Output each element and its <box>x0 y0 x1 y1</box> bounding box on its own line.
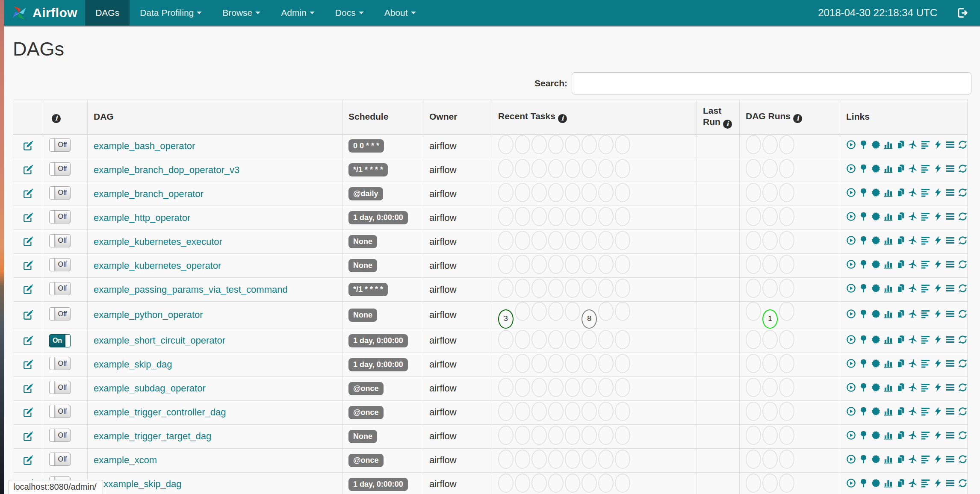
logs-icon[interactable] <box>945 430 955 440</box>
logs-icon[interactable] <box>945 283 955 293</box>
trigger-dag-icon[interactable] <box>846 454 856 464</box>
landing-times-icon[interactable] <box>908 283 918 293</box>
code-icon[interactable] <box>933 406 943 416</box>
task-tries-icon[interactable] <box>896 309 906 319</box>
edit-dag-icon[interactable] <box>23 310 33 321</box>
graph-view-icon[interactable] <box>871 212 881 221</box>
logs-icon[interactable] <box>945 454 955 464</box>
task-tries-icon[interactable] <box>896 359 906 368</box>
code-icon[interactable] <box>933 212 943 221</box>
refresh-icon[interactable] <box>958 430 968 440</box>
nav-item-admin[interactable]: Admin <box>271 0 325 26</box>
task-tries-icon[interactable] <box>896 164 906 173</box>
graph-view-icon[interactable] <box>871 188 881 197</box>
task-duration-icon[interactable] <box>883 478 893 488</box>
refresh-icon[interactable] <box>958 188 968 197</box>
tree-view-icon[interactable] <box>859 235 868 245</box>
landing-times-icon[interactable] <box>908 164 918 173</box>
logs-icon[interactable] <box>945 140 955 150</box>
trigger-dag-icon[interactable] <box>846 164 856 173</box>
task-duration-icon[interactable] <box>883 430 893 440</box>
landing-times-icon[interactable] <box>908 188 918 197</box>
gantt-icon[interactable] <box>921 140 930 150</box>
tree-view-icon[interactable] <box>859 478 868 488</box>
task-duration-icon[interactable] <box>883 335 893 344</box>
refresh-icon[interactable] <box>958 283 968 293</box>
tree-view-icon[interactable] <box>859 259 868 269</box>
tree-view-icon[interactable] <box>859 382 868 392</box>
tree-view-icon[interactable] <box>859 430 868 440</box>
tree-view-icon[interactable] <box>859 164 868 173</box>
graph-view-icon[interactable] <box>871 283 881 293</box>
logs-icon[interactable] <box>945 382 955 392</box>
task-tries-icon[interactable] <box>896 259 906 269</box>
task-tries-icon[interactable] <box>896 235 906 245</box>
trigger-dag-icon[interactable] <box>846 359 856 368</box>
edit-dag-icon[interactable] <box>23 407 33 418</box>
code-icon[interactable] <box>933 164 943 173</box>
logs-icon[interactable] <box>945 212 955 221</box>
edit-dag-icon[interactable] <box>23 236 33 247</box>
task-duration-icon[interactable] <box>883 283 893 293</box>
landing-times-icon[interactable] <box>908 406 918 416</box>
refresh-icon[interactable] <box>958 235 968 245</box>
refresh-icon[interactable] <box>958 212 968 221</box>
graph-view-icon[interactable] <box>871 140 881 150</box>
recent-task-circle-success[interactable]: 3 <box>498 309 514 329</box>
dag-pause-toggle[interactable]: Off <box>49 210 71 223</box>
gantt-icon[interactable] <box>921 359 930 368</box>
dag-link[interactable]: example_branch_operator <box>94 188 204 199</box>
code-icon[interactable] <box>933 359 943 368</box>
task-duration-icon[interactable] <box>883 212 893 221</box>
col-header-dag[interactable]: DAG <box>88 100 342 134</box>
refresh-icon[interactable] <box>958 406 968 416</box>
dag-pause-toggle[interactable]: On <box>49 334 71 347</box>
trigger-dag-icon[interactable] <box>846 382 856 392</box>
refresh-icon[interactable] <box>958 359 968 368</box>
logs-icon[interactable] <box>945 188 955 197</box>
logs-icon[interactable] <box>945 335 955 344</box>
gantt-icon[interactable] <box>921 235 930 245</box>
dag-link[interactable]: example_kubernetes_executor <box>94 236 222 247</box>
dag-pause-toggle[interactable]: Off <box>49 138 71 152</box>
logs-icon[interactable] <box>945 406 955 416</box>
dag-pause-toggle[interactable]: Off <box>49 307 71 321</box>
task-tries-icon[interactable] <box>896 478 906 488</box>
task-tries-icon[interactable] <box>896 406 906 416</box>
task-duration-icon[interactable] <box>883 359 893 368</box>
task-tries-icon[interactable] <box>896 454 906 464</box>
edit-dag-icon[interactable] <box>23 260 33 271</box>
dag-link[interactable]: example_branch_dop_operator_v3 <box>94 165 239 175</box>
code-icon[interactable] <box>933 188 943 197</box>
task-duration-icon[interactable] <box>883 406 893 416</box>
code-icon[interactable] <box>933 335 943 344</box>
task-duration-icon[interactable] <box>883 235 893 245</box>
graph-view-icon[interactable] <box>871 164 881 173</box>
gantt-icon[interactable] <box>921 164 930 173</box>
tree-view-icon[interactable] <box>859 406 868 416</box>
tree-view-icon[interactable] <box>859 283 868 293</box>
recent-task-circle-queued[interactable]: 8 <box>582 309 597 329</box>
refresh-icon[interactable] <box>958 335 968 344</box>
dag-link[interactable]: example_trigger_controller_dag <box>94 407 226 418</box>
search-input[interactable] <box>572 72 971 94</box>
tree-view-icon[interactable] <box>859 212 868 221</box>
refresh-icon[interactable] <box>958 382 968 392</box>
edit-dag-icon[interactable] <box>23 284 33 295</box>
nav-item-browse[interactable]: Browse <box>212 0 271 26</box>
nav-item-data-profiling[interactable]: Data Profiling <box>130 0 212 26</box>
dag-pause-toggle[interactable]: Off <box>49 186 71 200</box>
edit-dag-icon[interactable] <box>23 141 33 151</box>
dag-pause-toggle[interactable]: Off <box>49 282 71 295</box>
dag-link[interactable]: example_http_operator <box>94 212 190 223</box>
graph-view-icon[interactable] <box>871 454 881 464</box>
task-tries-icon[interactable] <box>896 140 906 150</box>
refresh-icon[interactable] <box>958 259 968 269</box>
dag-link[interactable]: example_skip_dag <box>94 359 172 370</box>
gantt-icon[interactable] <box>921 406 930 416</box>
dag-link[interactable]: example_python_operator <box>94 309 203 320</box>
dag-pause-toggle[interactable]: Off <box>49 429 71 442</box>
tree-view-icon[interactable] <box>859 188 868 197</box>
dag-link[interactable]: example_short_circuit_operator <box>94 335 225 346</box>
dag-pause-toggle[interactable]: Off <box>49 234 71 247</box>
